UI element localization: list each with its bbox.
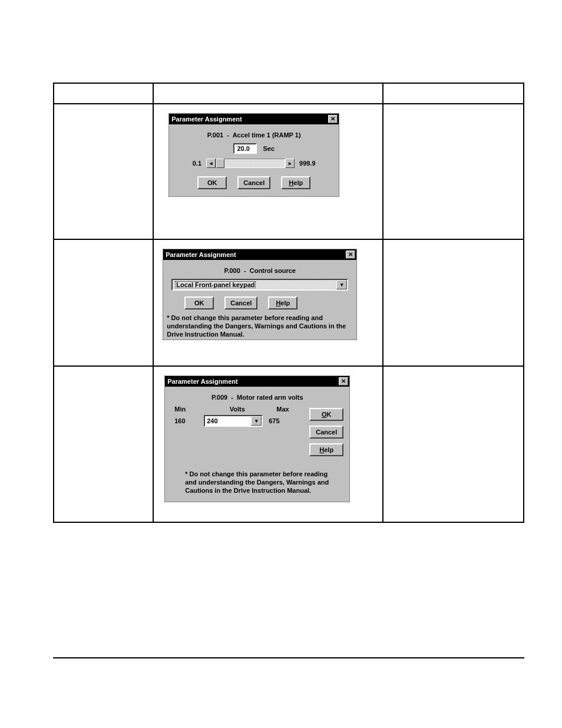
dialog-title: Parameter Assignment [171,116,242,123]
max-header: Max [276,406,300,413]
title-bar[interactable]: Parameter Assignment ✕ [165,376,349,387]
help-button[interactable]: Help [268,297,297,309]
unit-label: Sec [263,145,275,152]
range-max-label: 999.9 [299,160,316,167]
footer-rule [53,657,524,658]
dialog-title: Parameter Assignment [166,251,236,258]
min-value: 160 [174,417,198,424]
cancel-button[interactable]: Cancel [309,426,343,439]
scroll-right-icon[interactable]: ▸ [285,159,295,168]
cancel-button[interactable]: Cancel [224,297,257,309]
unit-header: Volts [198,406,276,413]
min-header: Min [174,406,198,413]
slider-track[interactable] [216,159,285,168]
warning-text: * Do not change this parameter before re… [163,312,356,340]
chevron-down-icon[interactable]: ▾ [336,280,347,289]
value-input[interactable]: 20.0 [233,143,257,154]
title-bar[interactable]: Parameter Assignment ✕ [163,249,356,260]
select-value: Local Front-panel keypad [175,281,256,288]
warning-text: * Do not change this parameter before re… [171,470,343,497]
chevron-down-icon[interactable]: ▾ [251,416,262,426]
title-bar[interactable]: Parameter Assignment ✕ [169,114,339,124]
ok-button[interactable]: OK [309,408,343,421]
value-select[interactable]: 240 ▾ [204,415,263,427]
close-icon[interactable]: ✕ [339,377,348,386]
control-source-select[interactable]: Local Front-panel keypad ▾ [171,279,348,291]
layout-table: Parameter Assignment ✕ P.001 - Accel tim… [53,83,524,523]
ok-button[interactable]: OK [184,297,214,309]
range-slider[interactable]: ◂ ▸ [206,159,295,168]
cancel-button[interactable]: Cancel [237,176,270,189]
max-value: 675 [269,417,292,424]
dialog-title: Parameter Assignment [167,378,237,385]
parameter-heading: P.001 - Accel time 1 (RAMP 1) [175,131,333,139]
parameter-heading: P.000 - Control source [168,267,352,274]
help-button[interactable]: Help [309,443,343,456]
range-min-label: 0.1 [193,160,201,167]
parameter-assignment-dialog-combo: Parameter Assignment ✕ P.000 - Control s… [163,249,357,340]
ok-button[interactable]: OK [197,176,227,189]
slider-thumb[interactable] [216,159,224,168]
select-value: 240 [205,416,251,426]
parameter-assignment-dialog-slider: Parameter Assignment ✕ P.001 - Accel tim… [168,113,339,197]
close-icon[interactable]: ✕ [328,115,338,123]
close-icon[interactable]: ✕ [346,251,355,259]
scroll-left-icon[interactable]: ◂ [206,159,216,168]
parameter-assignment-dialog-minmax: Parameter Assignment ✕ P.009 - Motor rat… [164,375,350,502]
help-button[interactable]: Help [281,176,310,189]
parameter-heading: P.009 - Motor rated arm volts [171,394,343,401]
